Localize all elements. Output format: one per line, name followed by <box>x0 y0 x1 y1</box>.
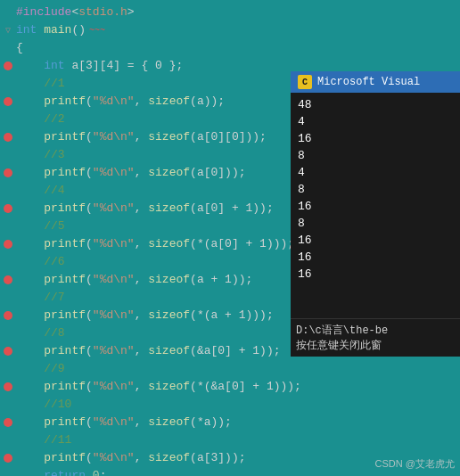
code-printf3: printf("%d\n", sizeof(a[0])); <box>16 164 246 182</box>
line-printf2: printf("%d\n", sizeof(a[0][0])); <box>0 128 294 146</box>
code-decl: int a[3][4] = { 0 }; <box>16 57 183 75</box>
line-include: #include<stdio.h> <box>0 4 294 21</box>
gutter-printf2 <box>0 133 16 142</box>
console-output-4: 8 <box>298 147 453 164</box>
console-output-1: 48 <box>298 96 453 113</box>
editor-area: #include<stdio.h> ▽ int main() ~~~ { int… <box>0 0 460 476</box>
breakpoint-12 <box>4 454 12 463</box>
gutter-printf9 <box>0 382 16 391</box>
code-cmt1: //1 <box>16 75 65 93</box>
line-printf9: printf("%d\n", sizeof(*(&a[0] + 1))); <box>0 378 294 396</box>
line-cmt6: //6 <box>0 253 294 271</box>
code-cmt7: //7 <box>16 289 65 307</box>
breakpoint-8 <box>4 311 12 320</box>
breakpoint-5 <box>4 204 12 213</box>
console-panel: C Microsoft Visual 48 4 16 8 4 8 16 8 16… <box>291 71 460 357</box>
line-printf3: printf("%d\n", sizeof(a[0])); <box>0 164 294 182</box>
code-printf9: printf("%d\n", sizeof(*(&a[0] + 1))); <box>16 378 301 396</box>
line-decl: int a[3][4] = { 0 }; <box>0 57 294 75</box>
gutter-printf4 <box>0 204 16 213</box>
console-app-icon: C <box>298 75 312 89</box>
code-printf11: printf("%d\n", sizeof(a[3])); <box>16 449 246 467</box>
gutter-printf7 <box>0 311 16 320</box>
gutter-decl <box>0 62 16 70</box>
code-cmt5: //5 <box>16 217 65 235</box>
console-output-9: 16 <box>298 232 453 249</box>
gutter-printf10 <box>0 418 16 427</box>
code-printf6: printf("%d\n", sizeof(a + 1)); <box>16 271 252 289</box>
console-output-11: 16 <box>298 266 453 283</box>
console-title: Microsoft Visual <box>317 76 420 88</box>
gutter-printf6 <box>0 275 16 284</box>
code-main: int main() <box>16 21 86 39</box>
console-footer: D:\c语言\the-be 按任意键关闭此窗 <box>291 318 460 357</box>
line-cmt11: //11 <box>0 431 294 449</box>
console-output-2: 4 <box>298 113 453 130</box>
line-printf4: printf("%d\n", sizeof(a[0] + 1)); <box>0 200 294 217</box>
line-cmt4: //4 <box>0 182 294 200</box>
line-main: ▽ int main() ~~~ <box>0 21 294 39</box>
gutter-printf5 <box>0 240 16 249</box>
console-hint: 按任意键关闭此窗 <box>296 338 455 353</box>
watermark-author: @艾老虎尤 <box>406 458 455 469</box>
code-cmt9: //9 <box>16 360 65 378</box>
line-return: return 0; <box>0 467 294 476</box>
code-printf5: printf("%d\n", sizeof(*(a[0] + 1))); <box>16 235 294 253</box>
gutter-main: ▽ <box>0 25 16 36</box>
line-cmt2: //2 <box>0 111 294 128</box>
code-printf1: printf("%d\n", sizeof(a)); <box>16 93 225 111</box>
code-cmt2: //2 <box>16 111 65 128</box>
breakpoint-11 <box>4 418 12 427</box>
console-body: 48 4 16 8 4 8 16 8 16 16 16 <box>291 93 460 318</box>
console-output-6: 8 <box>298 181 453 198</box>
gutter-printf1 <box>0 97 16 106</box>
breakpoint-2 <box>4 97 12 106</box>
line-cmt5: //5 <box>0 217 294 235</box>
code-cmt3: //3 <box>16 146 65 164</box>
code-printf10: printf("%d\n", sizeof(*a)); <box>16 414 232 431</box>
line-printf10: printf("%d\n", sizeof(*a)); <box>0 414 294 431</box>
line-printf6: printf("%d\n", sizeof(a + 1)); <box>0 271 294 289</box>
code-printf2: printf("%d\n", sizeof(a[0][0])); <box>16 128 267 146</box>
breakpoint-7 <box>4 275 12 284</box>
code-return: return 0; <box>16 467 106 476</box>
breakpoint-10 <box>4 382 12 391</box>
breakpoint-9 <box>4 347 12 356</box>
line-cmt7: //7 <box>0 289 294 307</box>
line-printf1: printf("%d\n", sizeof(a)); <box>0 93 294 111</box>
code-include: #include<stdio.h> <box>16 4 135 21</box>
breakpoint-3 <box>4 133 12 142</box>
watermark-site: CSDN <box>375 458 403 469</box>
code-cmt8: //8 <box>16 324 65 342</box>
code-printf8: printf("%d\n", sizeof(&a[0] + 1)); <box>16 342 281 360</box>
code-printf4: printf("%d\n", sizeof(a[0] + 1)); <box>16 200 274 217</box>
code-cmt11: //11 <box>16 431 71 449</box>
breakpoint-6 <box>4 240 12 249</box>
console-output-7: 16 <box>298 198 453 215</box>
console-titlebar: C Microsoft Visual <box>291 71 460 93</box>
console-output-5: 4 <box>298 164 453 181</box>
gutter-printf11 <box>0 454 16 463</box>
gutter-printf8 <box>0 347 16 356</box>
line-open-brace: { <box>0 39 294 57</box>
code-open-brace: { <box>16 39 23 57</box>
console-output-8: 8 <box>298 215 453 232</box>
breakpoint-1 <box>4 62 12 70</box>
line-printf5: printf("%d\n", sizeof(*(a[0] + 1))); <box>0 235 294 253</box>
watermark: CSDN @艾老虎尤 <box>375 457 455 471</box>
line-cmt10: //10 <box>0 396 294 414</box>
code-cmt6: //6 <box>16 253 65 271</box>
line-cmt9: //9 <box>0 360 294 378</box>
line-cmt8: //8 <box>0 324 294 342</box>
line-cmt3: //3 <box>0 146 294 164</box>
line-printf8: printf("%d\n", sizeof(&a[0] + 1)); <box>0 342 294 360</box>
breakpoint-4 <box>4 168 12 177</box>
gutter-printf3 <box>0 168 16 177</box>
console-output-3: 16 <box>298 130 453 147</box>
line-cmt1: //1 <box>0 75 294 93</box>
code-cmt4: //4 <box>16 182 65 200</box>
line-printf7: printf("%d\n", sizeof(*(a + 1))); <box>0 307 294 324</box>
line-printf11: printf("%d\n", sizeof(a[3])); <box>0 449 294 467</box>
console-output-10: 16 <box>298 249 453 266</box>
code-printf7: printf("%d\n", sizeof(*(a + 1))); <box>16 307 274 324</box>
